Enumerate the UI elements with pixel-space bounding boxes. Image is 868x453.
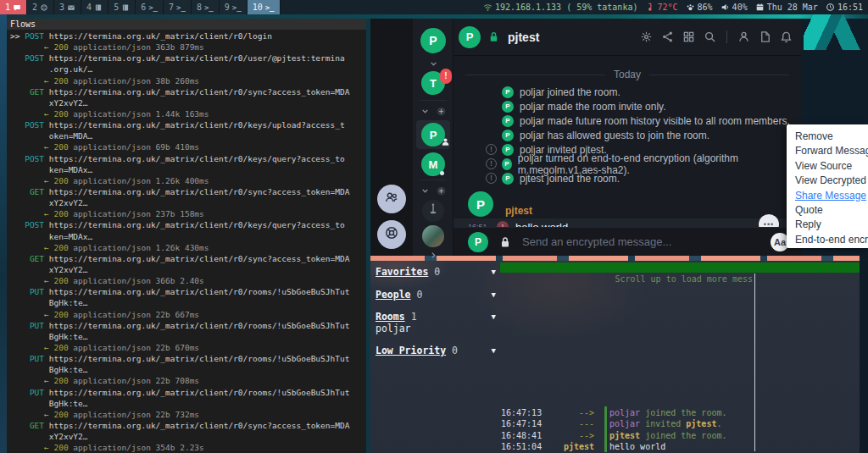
flow-request[interactable]: POST https://termina.org.uk/_matrix/clie… [10,119,366,130]
flow-request[interactable]: PUT https://termina.org.uk/_matrix/clien… [10,286,366,297]
log-time: 16:47:13 [501,407,547,418]
flow-request-wrap: xY2xvY2… [10,97,366,108]
menu-item-view-decrypted-s[interactable]: View Decrypted S [795,174,868,188]
menu-item-reply[interactable]: Reply [795,218,868,232]
chevron-down-icon[interactable] [420,185,431,200]
life-ring-icon [384,225,399,244]
menu-item-forward-message[interactable]: Forward Message [795,144,868,158]
add-room-icon[interactable] [436,185,447,200]
people-button[interactable] [377,185,406,213]
menu-item-view-source[interactable]: View Source [795,159,868,174]
message-input[interactable]: Send an encrypted message... [522,235,671,248]
workspace-7[interactable]: 7>_ [164,0,192,14]
selection-marker [10,421,25,430]
header-actions [640,30,793,43]
flow-request[interactable]: POST https://termina.org.uk/_matrix/clie… [10,153,366,164]
event-text: pjtest joined the room. [520,173,620,185]
workspace-number: 1 [5,3,10,12]
workspace-8[interactable]: 8>_ [192,0,220,14]
flow-request[interactable]: PUT https://termina.org.uk/_matrix/clien… [10,387,366,398]
section-label: Low Priority [376,345,446,356]
room-avatar-mic[interactable] [422,200,444,222]
volume-icon [721,3,730,12]
room-avatar-p-selected[interactable]: P [416,120,450,149]
chevron-down-icon[interactable] [420,105,431,120]
member-icon[interactable] [737,30,750,43]
log-segment: joined the room. [640,408,726,417]
bell-icon[interactable] [780,30,793,43]
collapse-triangle-icon: ▼ [492,345,496,357]
share-icon[interactable] [661,30,674,43]
menu-item-quote[interactable]: Quote [795,203,868,218]
status-calendar: Thu 28 Mar [755,3,818,12]
menu-item-end-to-end-encry[interactable]: End-to-end encry [795,233,868,247]
flow-request[interactable]: GET https://termina.org.uk/_matrix/clien… [10,86,366,97]
flow-request[interactable]: POST https://termina.org.uk/_matrix/clie… [10,219,366,230]
log-prefix: --- [547,418,594,429]
event-list: Ppoljar joined the room.Ppoljar made the… [453,85,801,185]
flow-request[interactable]: GET https://termina.org.uk/_matrix/clien… [10,420,366,431]
flow-request[interactable]: GET https://termina.org.uk/_matrix/clien… [10,186,366,197]
workspace-4[interactable]: 4 [81,0,108,14]
terminal-icon: >_ [176,3,186,12]
flow-request[interactable]: GET https://termina.org.uk/_matrix/clien… [10,253,366,264]
flows-list: >> POST https://termina.org.uk/_matrix/c… [7,30,366,453]
terminal-icon: >_ [265,3,275,12]
flow-request[interactable]: POST https://termina.org.uk/_matrix/clie… [10,52,366,64]
room-avatar[interactable]: P [459,26,481,48]
room-avatar-m[interactable]: M [421,152,445,176]
search-icon[interactable] [704,30,716,43]
flow-request-wrap: .org.uk/… [10,64,366,75]
buffer-section-header[interactable]: Rooms1▼ [376,312,496,323]
grid-icon[interactable] [682,30,695,43]
workspace-10[interactable]: 10>_ [248,0,281,14]
menu-item-remove[interactable]: Remove [795,130,868,144]
weechat-message-log: 16:47:13-->poljar joined the room.16:47:… [501,407,755,452]
timeline-event: Ppoljar has allowed guests to join the r… [453,128,801,142]
room-avatar-photo[interactable] [422,225,444,247]
workspace-3[interactable]: 3 [54,0,81,14]
request-url-continued: ken=MDAx… [10,165,92,174]
buffer-section-header[interactable]: People0▼ [376,290,496,301]
add-room-icon[interactable] [436,105,447,120]
response-status: ← 200 [10,176,69,185]
log-time: 16:51:04 [501,441,547,452]
workspace-6[interactable]: 6>_ [136,0,164,14]
log-segment: invited [640,419,686,428]
flow-request[interactable]: PUT https://termina.org.uk/_matrix/clien… [10,320,366,331]
buffer-section-header[interactable]: Favorites0▼ [376,267,496,279]
flow-request[interactable]: >> POST https://termina.org.uk/_matrix/c… [10,30,366,41]
buffer-section-header[interactable]: Low Priority0▼ [376,345,496,357]
workspace-1[interactable]: 1 [0,0,27,14]
help-button[interactable] [377,220,406,249]
workspace-2[interactable]: 2 [27,0,54,14]
room-avatar-t[interactable]: T ! [421,71,445,95]
workspace-9[interactable]: 9>_ [220,0,248,14]
sender-avatar[interactable]: P [468,191,493,217]
http-method: PUT [25,321,49,330]
flow-response: ← 200 application/json 363b 879ms [10,41,366,52]
file-icon[interactable] [759,30,771,43]
flow-response: ← 200 application/json 38b 260ms [10,75,366,86]
request-url: https://termina.org.uk/_matrix/client/r0… [49,53,345,63]
section-count: 1 [411,311,417,323]
workspace-5[interactable]: 5 [108,0,136,14]
log-segment: pjtest [609,431,640,440]
gear-icon[interactable] [640,30,653,43]
buffer-item[interactable]: poljar [376,323,496,335]
event-avatar: P [502,130,514,141]
flow-response: ← 200 application/json 69b 410ms [10,141,366,152]
mitmproxy-window: Flows >> POST https://termina.org.uk/_ma… [7,19,366,453]
timeline-event: Ppoljar made future room history visible… [453,113,801,128]
flow-response: ← 200 application/json 1.26k 430ms [10,242,366,253]
menu-item-share-message[interactable]: Share Message [795,189,868,203]
message-row[interactable]: 16:51 ! hello world ••• [453,218,801,227]
response-meta: application/json 22b 667ms [69,310,199,319]
user-avatar[interactable]: P [420,28,446,53]
presence-dot [440,171,444,175]
wallpaper-strip-left [0,14,7,453]
request-url: https://termina.org.uk/_matrix/client/r0… [49,421,350,430]
flow-request[interactable]: PUT https://termina.org.uk/_matrix/clien… [10,353,366,364]
response-meta: application/json 22b 670ms [69,343,199,352]
request-url-continued: ken=MDAx… [10,232,92,241]
